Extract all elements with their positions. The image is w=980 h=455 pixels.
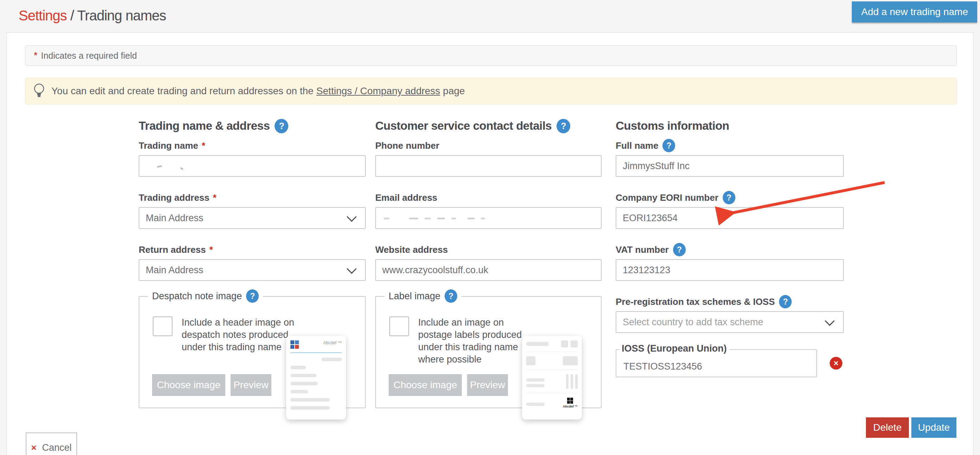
phone-number-label: Phone number [375, 140, 601, 151]
help-icon[interactable]: ? [275, 119, 288, 133]
help-icon[interactable]: ? [779, 295, 792, 308]
help-icon[interactable]: ? [673, 243, 686, 256]
thumbnail-divider [526, 369, 578, 370]
label-choose-image-button[interactable]: Choose image [389, 374, 462, 396]
thumbnail-brand-text: Abcdef ™ [563, 405, 578, 408]
thumbnail-line [290, 374, 317, 377]
thumbnail-line [290, 382, 318, 385]
tip-banner: You can edit and create trading and retu… [25, 78, 957, 105]
remove-ioss-icon[interactable]: × [830, 357, 842, 369]
thumbnail-lines [526, 400, 544, 406]
lightbulb-icon [33, 82, 45, 100]
phone-number-label-text: Phone number [375, 140, 439, 151]
section-title-customs-text: Customs information [616, 119, 729, 133]
redacted-value-marks [481, 218, 485, 219]
thumbnail-line [290, 366, 306, 369]
company-address-link[interactable]: Settings / Company address [317, 86, 441, 97]
despatch-choose-image-button[interactable]: Choose image [152, 374, 225, 396]
label-image-body: Include an image on postage labels produ… [389, 317, 591, 366]
tax-scheme-placeholder: Select country to add tax scheme [623, 317, 763, 328]
section-title-customs: Customs information [616, 118, 844, 134]
tax-schemes-label-text: Pre-registration tax schemes & IOSS [616, 296, 775, 307]
thumbnail-line [290, 398, 330, 401]
redacted-value-marks [384, 218, 389, 219]
trading-address-select[interactable]: Main Address [139, 207, 366, 229]
vat-number-label-text: VAT number [616, 244, 669, 255]
column-customer-service: Customer service contact details ? Phone… [375, 118, 601, 408]
breadcrumb-page-title: Trading names [77, 8, 166, 23]
help-icon[interactable]: ? [662, 139, 675, 152]
redacted-value-marks [437, 218, 445, 219]
help-icon[interactable]: ? [445, 289, 457, 303]
thumbnail-brand-block: Abcdef ™ [563, 398, 578, 408]
despatch-note-buttons: Choose image Preview [152, 374, 271, 396]
trading-name-label: Trading name * [139, 140, 366, 151]
phone-number-input[interactable] [375, 155, 601, 177]
section-title-contact: Customer service contact details ? [375, 118, 601, 134]
despatch-note-preview-thumbnail: Abcdef ™ [286, 336, 346, 420]
label-image-legend-text: Label image [389, 291, 441, 302]
website-address-input[interactable] [375, 259, 601, 281]
despatch-note-image-legend: Despatch note image ? [148, 289, 263, 303]
breadcrumb-separator: / [67, 8, 78, 23]
required-field-notice: * Indicates a required field [25, 45, 957, 66]
full-name-input[interactable] [616, 155, 844, 177]
label-preview-button[interactable]: Preview [467, 374, 508, 396]
thumbnail-line [290, 406, 330, 410]
tip-text-before: You can edit and create trading and retu… [51, 86, 313, 97]
required-asterisk: * [202, 140, 205, 151]
ioss-legend: IOSS (European Union) [619, 343, 729, 354]
help-icon[interactable]: ? [246, 289, 259, 303]
cancel-x-icon: × [31, 442, 36, 453]
content-panel: * Indicates a required field You can edi… [6, 32, 974, 455]
redacted-value-marks [409, 218, 418, 219]
cancel-button[interactable]: × Cancel [26, 433, 77, 455]
label-image-buttons: Choose image Preview [389, 374, 508, 396]
add-new-trading-name-button[interactable]: Add a new trading name [852, 2, 977, 22]
tax-scheme-country-select[interactable]: Select country to add tax scheme [616, 311, 844, 333]
thumbnail-line [290, 390, 308, 393]
delete-button[interactable]: Delete [866, 417, 909, 438]
email-input-wrap [375, 207, 601, 229]
help-icon[interactable]: ? [557, 119, 570, 133]
despatch-checkbox-label: Include a header image on despatch notes… [181, 317, 298, 354]
update-button[interactable]: Update [912, 417, 956, 438]
chevron-down-icon [347, 264, 356, 274]
vat-number-input[interactable] [616, 259, 844, 281]
trading-address-selected-value: Main Address [146, 213, 204, 224]
vat-number-label: VAT number ? [616, 244, 844, 255]
required-asterisk: * [213, 192, 216, 203]
column-trading-name-address: Trading name & address ? Trading name * … [139, 118, 366, 408]
label-image-fieldset: Label image ? Include an image on postag… [375, 296, 601, 408]
trading-address-label: Trading address * [139, 192, 366, 203]
required-text: Indicates a required field [41, 51, 137, 61]
trading-name-input-wrap [139, 155, 366, 177]
trading-address-label-text: Trading address [139, 192, 210, 203]
eori-number-label: Company EORI number ? [616, 192, 844, 203]
return-address-label: Return address * [139, 244, 366, 255]
redacted-value-marks [468, 218, 474, 219]
redacted-value-marks [425, 218, 431, 219]
label-image-legend: Label image ? [384, 289, 461, 303]
eori-number-input[interactable] [616, 207, 844, 229]
thumbnail-divider [290, 352, 342, 353]
thumbnail-lines [526, 376, 544, 387]
ioss-fieldset: IOSS (European Union) TESTIOSS123456 [616, 349, 817, 377]
thumbnail-box [563, 356, 578, 365]
help-icon[interactable]: ? [723, 191, 735, 204]
thumbnail-line [321, 358, 342, 361]
ioss-value: TESTIOSS123456 [624, 361, 702, 372]
trading-name-input[interactable] [139, 155, 366, 177]
breadcrumb-settings-link[interactable]: Settings [19, 8, 67, 23]
trading-name-form: Trading name & address ? Trading name * … [139, 118, 844, 408]
chevron-down-icon [347, 212, 356, 222]
thumbnail-brand-text: Abcdef ™ [323, 340, 342, 345]
return-address-select[interactable]: Main Address [139, 259, 366, 281]
despatch-header-image-checkbox[interactable] [153, 317, 172, 336]
return-address-selected-value: Main Address [146, 265, 204, 276]
thumbnail-box [526, 356, 535, 365]
tax-schemes-label: Pre-registration tax schemes & IOSS ? [616, 296, 844, 307]
label-image-checkbox[interactable] [389, 317, 409, 336]
despatch-preview-button[interactable]: Preview [231, 374, 271, 396]
full-name-label-text: Full name [616, 140, 658, 151]
